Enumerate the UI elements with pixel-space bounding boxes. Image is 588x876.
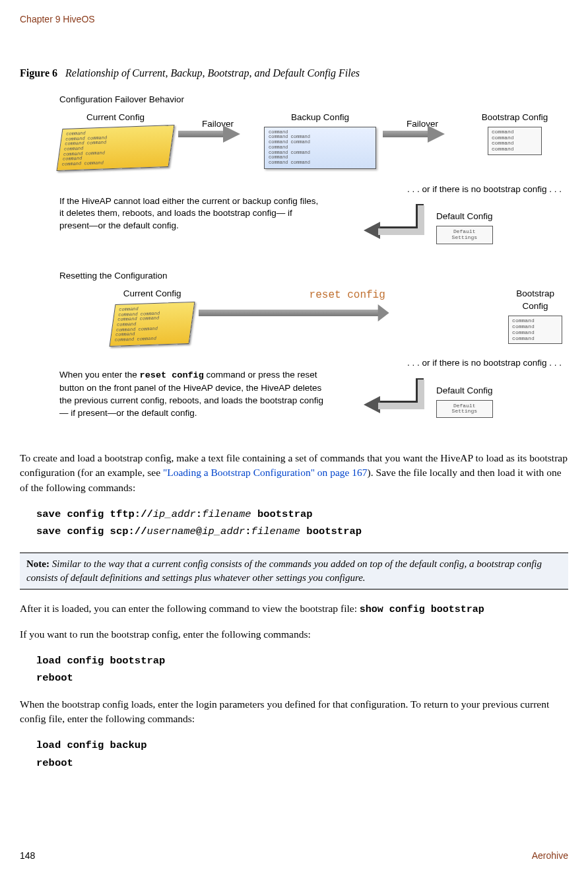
cmd-save-tftp: save config tftp://ip_addr:filename boot… [36, 506, 568, 523]
page-footer: 148 Aerohive [20, 850, 568, 863]
page-number: 148 [20, 850, 35, 863]
cmd-save-scp: save config scp://username@ip_addr:filen… [36, 523, 568, 540]
default-settings-box-1: Default Settings [436, 226, 493, 244]
cmd-show-config: show config bootstrap [360, 604, 484, 615]
current-config-box: command command command command command … [57, 125, 175, 171]
note-label: Note: [26, 558, 49, 569]
reset-config-command: reset config [199, 288, 496, 302]
explain-reset: When you enter the reset config command … [59, 369, 323, 420]
body-text: To create and load a bootstrap config, m… [20, 451, 568, 772]
orif-text-2: . . . or if there is no bootstrap config… [357, 357, 568, 370]
chapter-header: Chapter 9 HiveOS [20, 13, 568, 26]
section2-title: Resetting the Configuration [59, 270, 568, 283]
arrow-icon [383, 127, 449, 141]
figure-number: Figure 6 [20, 67, 57, 79]
explain2-cmd: reset config [140, 370, 204, 380]
cmd-load-backup: load config backup [36, 737, 568, 754]
para2: After it is loaded, you can enter the fo… [20, 601, 568, 617]
bootstrap-config-label: Bootstrap Config [469, 112, 561, 124]
brand-name: Aerohive [532, 850, 568, 863]
orif-text-1: . . . or if there is no bootstrap config… [357, 184, 568, 196]
explain2-pre: When you enter the [59, 370, 140, 380]
return-arrow-icon [357, 201, 430, 253]
explain-failover: If the HiveAP cannot load either the cur… [59, 195, 323, 233]
para4: When the bootstrap config loads, enter t… [20, 697, 568, 727]
section1-title: Configuration Failover Behavior [59, 94, 568, 106]
para1: To create and load a bootstrap config, m… [20, 451, 568, 495]
cmd-reboot-2: reboot [36, 755, 568, 772]
long-arrow-icon [199, 306, 392, 319]
figure-title: Relationship of Current, Backup, Bootstr… [65, 67, 360, 79]
backup-config-box: command command command command command … [264, 127, 376, 169]
current-config-label: Current Config [59, 112, 172, 124]
cmd-reboot-1: reboot [36, 669, 568, 687]
cmd-load-bootstrap: load config bootstrap [36, 652, 568, 669]
current-config-label-2: Current Config [112, 288, 192, 300]
arrow-icon [178, 127, 244, 141]
diagram-failover: Configuration Failover Behavior Current … [59, 94, 568, 428]
note-box: Note: Similar to the way that a current … [20, 553, 568, 590]
note-text: Similar to the way that a current config… [26, 558, 542, 583]
bootstrap-config-box-2: command command command command [508, 316, 562, 344]
bootstrap-config-box: command command command command [488, 127, 542, 155]
backup-config-label: Backup Config [264, 112, 376, 124]
default-config-label-1: Default Config [436, 211, 493, 223]
return-arrow-icon-2 [357, 375, 430, 428]
default-config-label-2: Default Config [436, 385, 493, 397]
para3: If you want to run the bootstrap config,… [20, 627, 568, 642]
default-settings-box-2: Default Settings [436, 400, 493, 419]
current-config-box-2: command command command command command … [110, 302, 195, 347]
bootstrap-config-label-2: Bootstrap Config [502, 288, 568, 313]
link-loading-bootstrap[interactable]: "Loading a Bootstrap Configuration" on p… [163, 467, 368, 478]
figure-caption: Figure 6 Relationship of Current, Backup… [20, 66, 568, 81]
